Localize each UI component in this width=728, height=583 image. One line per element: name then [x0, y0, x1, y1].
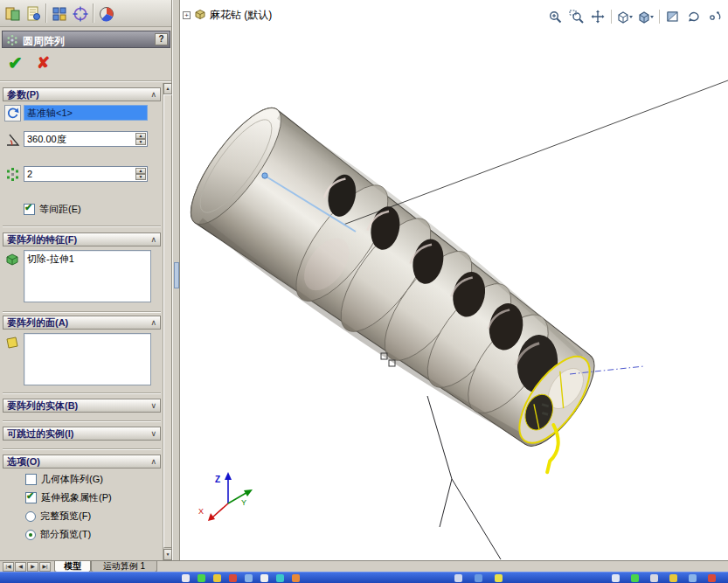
pan-button[interactable]	[588, 8, 607, 25]
twist-drill-model[interactable]	[181, 96, 627, 476]
propagate-visual-checkbox[interactable]: ✔ 延伸视象属性(P)	[25, 491, 112, 504]
divider	[3, 392, 161, 394]
faces-to-pattern-icon	[4, 335, 20, 352]
splitter-handle[interactable]	[174, 262, 179, 288]
taskbar-icon[interactable]	[260, 574, 268, 582]
crosshair-icon	[72, 5, 89, 23]
taskbar-icon[interactable]	[213, 574, 221, 582]
taskbar-tray-icon[interactable]	[669, 574, 677, 582]
full-preview-radio[interactable]: 完整预览(F)	[25, 510, 91, 523]
zoom-in-out-button[interactable]	[546, 8, 565, 25]
check-icon: ✔	[24, 202, 32, 213]
angle-value: 360.00度	[27, 133, 66, 146]
section-faces-header[interactable]: 要阵列的面(A) ∧	[3, 316, 161, 330]
taskbar-icon[interactable]	[495, 574, 503, 582]
section-bodies-header[interactable]: 要阵列的实体(B) ∨	[3, 399, 161, 413]
taskbar-icon[interactable]	[245, 574, 253, 582]
divider	[3, 420, 161, 422]
geometry-pattern-checkbox[interactable]: 几何体阵列(G)	[25, 473, 103, 486]
taskbar-icon[interactable]	[276, 574, 284, 582]
section-view-button[interactable]	[663, 8, 683, 25]
dimxpertmanager-tab[interactable]	[70, 3, 90, 24]
featuremanager-tab[interactable]	[3, 3, 23, 24]
scrollbar-thumb[interactable]	[163, 94, 172, 548]
triad-y-label: Y	[241, 498, 246, 507]
checkbox-unchecked	[25, 474, 37, 485]
part-name-label[interactable]: 麻花钻 (默认)	[210, 8, 272, 23]
ok-button[interactable]: ✔	[8, 52, 23, 73]
divider	[0, 80, 171, 82]
standard-views-cube-icon	[616, 10, 634, 24]
scroll-up-button[interactable]: ▲	[163, 83, 172, 94]
section-parameters-header[interactable]: 参数(P) ∧	[3, 87, 161, 101]
radio-selected	[25, 530, 36, 540]
feature-list-item[interactable]: 切除-拉伸1	[27, 253, 74, 264]
taskbar-icon[interactable]	[198, 574, 205, 582]
spin-up-button[interactable]: ▲	[135, 168, 146, 174]
taskbar-icon[interactable]	[292, 574, 300, 582]
faces-list[interactable]	[24, 333, 151, 385]
angle-icon	[4, 131, 21, 149]
reverse-direction-button[interactable]	[4, 105, 21, 123]
heads-up-view-toolbar	[546, 8, 725, 25]
section-label: 要阵列的面(A)	[7, 316, 68, 330]
divider	[3, 448, 161, 450]
equal-spacing-checkbox[interactable]: ✔ 等间距(E)	[24, 203, 81, 216]
chevron-down-icon: ∨	[150, 430, 156, 438]
graphics-area[interactable]: + 麻花钻 (默认) Z Y X	[181, 0, 728, 560]
tab-last-button[interactable]: ▶|	[39, 562, 51, 572]
spin-up-button[interactable]: ▲	[135, 133, 146, 139]
chevron-up-icon: ∧	[150, 319, 156, 327]
axis-selection-field[interactable]: 基准轴<1>	[24, 105, 148, 121]
tree-expander[interactable]: +	[183, 11, 191, 19]
taskbar-icon[interactable]	[454, 574, 462, 582]
view-settings-icon	[707, 10, 723, 24]
rotate-view-button[interactable]	[684, 8, 704, 25]
panel-splitter[interactable]	[172, 0, 180, 560]
display-style-button[interactable]	[636, 8, 655, 25]
toolbar-separator	[45, 3, 46, 23]
taskbar-tray-icon[interactable]	[650, 574, 658, 582]
chevron-up-icon: ∧	[150, 236, 156, 244]
tab-prev-button[interactable]: ◀	[15, 562, 26, 572]
selected-vertex-marker[interactable]	[262, 173, 267, 178]
circular-pattern-icon	[6, 34, 18, 48]
taskbar-tray-icon[interactable]	[689, 574, 697, 582]
section-options-header[interactable]: 选项(O) ∧	[3, 455, 161, 468]
tab-first-button[interactable]: |◀	[3, 562, 14, 572]
toolbar-separator	[93, 3, 94, 23]
cancel-button[interactable]: ✘	[37, 53, 50, 73]
axis-value: 基准轴<1>	[27, 108, 73, 118]
resources-pie-icon	[98, 5, 115, 23]
taskbar-icon[interactable]	[229, 574, 237, 582]
section-skip-instances-header[interactable]: 可跳过的实例(I) ∨	[3, 427, 161, 441]
resources-tab[interactable]	[96, 3, 116, 24]
spin-down-button[interactable]: ▼	[135, 174, 146, 180]
pan-icon	[590, 10, 606, 24]
taskbar-tray-icon[interactable]	[631, 574, 639, 582]
help-button[interactable]: ?	[155, 33, 168, 45]
partial-preview-radio[interactable]: 部分预览(T)	[25, 528, 91, 541]
taskbar-tray-icon[interactable]	[612, 574, 620, 582]
toolbar-separator	[611, 10, 612, 24]
spin-down-button[interactable]: ▼	[135, 139, 146, 145]
taskbar-tray-icon[interactable]	[708, 574, 716, 582]
taskbar-icon[interactable]	[475, 574, 482, 582]
propertymanager-tab[interactable]	[23, 3, 43, 24]
configurationmanager-tab[interactable]	[49, 3, 69, 24]
section-features-header[interactable]: 要阵列的特征(F) ∧	[3, 233, 161, 246]
view-settings-button[interactable]	[705, 8, 725, 25]
features-list[interactable]: 切除-拉伸1	[24, 250, 151, 302]
zoom-area-button[interactable]	[567, 8, 586, 25]
panel-scrollbar[interactable]: ▲ ▼	[163, 83, 171, 560]
standard-views-button[interactable]	[615, 8, 634, 25]
full-preview-label: 完整预览(F)	[40, 510, 91, 523]
scroll-down-button[interactable]: ▼	[163, 549, 172, 560]
taskbar-icon[interactable]	[182, 574, 190, 582]
tab-next-button[interactable]: ▶	[27, 562, 38, 572]
configuration-grid-icon	[51, 5, 68, 23]
angle-field[interactable]: 360.00度 ▲ ▼	[24, 131, 148, 147]
instance-count-field[interactable]: 2 ▲ ▼	[24, 166, 148, 182]
partial-preview-label: 部分预览(T)	[40, 528, 91, 541]
propagate-visual-label: 延伸视象属性(P)	[41, 491, 112, 504]
